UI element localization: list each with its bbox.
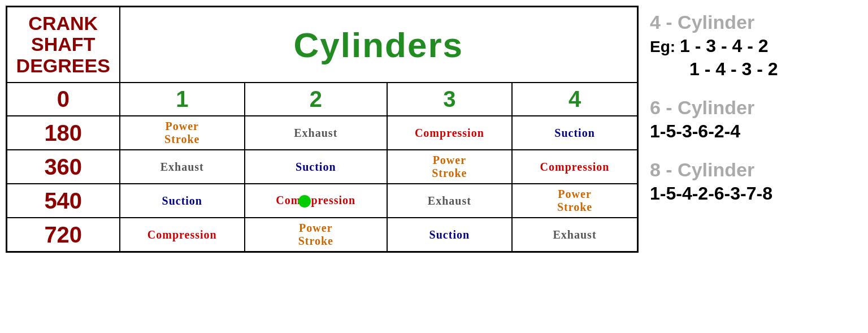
stroke-power-1: PowerStroke <box>164 120 199 145</box>
cell-360-1: Exhaust <box>120 150 245 184</box>
six-cyl-order: 1-5-3-6-2-4 <box>650 121 842 142</box>
cell-180-4: Suction <box>512 116 637 150</box>
right-panel: 4 - Cylinder Eg: 1 - 3 - 4 - 2 1 - 4 - 3… <box>639 6 853 212</box>
degree-180: 180 <box>44 120 82 145</box>
cell-540-3: Exhaust <box>387 184 513 218</box>
cell-360-2: Suction <box>245 150 387 184</box>
four-cyl-order1: 1 - 3 - 4 - 2 <box>680 36 769 57</box>
six-cyl-heading: 6 - Cylinder <box>650 97 842 119</box>
cylinder-1-label: 1 <box>176 87 188 111</box>
cell-720-1: Compression <box>120 218 245 252</box>
stroke-exhaust-2: Exhaust <box>294 127 337 139</box>
degree-180-cell: 180 <box>7 116 120 150</box>
four-cyl-order2: 1 - 4 - 3 - 2 <box>650 59 842 80</box>
cell-720-4: Exhaust <box>512 218 637 252</box>
cell-720-3: Suction <box>387 218 513 252</box>
row-360: 360 Exhaust Suction PowerStroke Compress… <box>7 150 638 184</box>
cell-180-3: Compression <box>387 116 513 150</box>
stroke-compression-2: Compression <box>276 194 355 206</box>
degree-360: 360 <box>44 154 82 179</box>
degree-label-0: 0 <box>7 83 120 116</box>
cylinder-number-row: 0 1 2 3 4 <box>7 83 638 116</box>
cell-540-1: Suction <box>120 184 245 218</box>
eg-prefix: Eg: <box>650 38 675 56</box>
table-container: CRANKSHAFTDEGREES Cylinders 0 1 2 3 <box>6 6 639 253</box>
four-cyl-heading: 4 - Cylinder <box>650 11 842 33</box>
row-180: 180 PowerStroke Exhaust Compression Suct… <box>7 116 638 150</box>
cylinder-2-label: 2 <box>310 87 322 111</box>
stroke-suction-2: Suction <box>296 161 336 173</box>
header-row: CRANKSHAFTDEGREES Cylinders <box>7 7 638 83</box>
crank-header-text: CRANKSHAFTDEGREES <box>16 12 110 76</box>
degree-360-cell: 360 <box>7 150 120 184</box>
degree-720: 720 <box>44 222 82 247</box>
stroke-power-3: PowerStroke <box>432 154 467 179</box>
cell-540-4: PowerStroke <box>512 184 637 218</box>
cursor-indicator <box>298 195 311 207</box>
stroke-exhaust-3: Exhaust <box>428 194 471 207</box>
cylinder-table: CRANKSHAFTDEGREES Cylinders 0 1 2 3 <box>6 6 639 253</box>
degree-0: 0 <box>57 87 70 111</box>
stroke-suction-4: Suction <box>554 127 594 139</box>
cylinders-title: Cylinders <box>293 25 463 64</box>
stroke-exhaust-4: Exhaust <box>553 228 597 241</box>
cell-720-2: PowerStroke <box>245 218 387 252</box>
row-540: 540 Suction Compression Exhaust PowerStr… <box>7 184 638 218</box>
four-cylinder-section: 4 - Cylinder Eg: 1 - 3 - 4 - 2 1 - 4 - 3… <box>650 11 842 80</box>
cyl-num-2: 2 <box>245 83 387 116</box>
stroke-compression-3: Compression <box>415 127 484 139</box>
cell-180-2: Exhaust <box>245 116 387 150</box>
crank-header: CRANKSHAFTDEGREES <box>7 7 120 83</box>
degree-540-cell: 540 <box>7 184 120 218</box>
eight-cylinder-section: 8 - Cylinder 1-5-4-2-6-3-7-8 <box>650 159 842 204</box>
row-720: 720 Compression PowerStroke Suction Exha… <box>7 218 638 252</box>
eight-cyl-heading: 8 - Cylinder <box>650 159 842 181</box>
cyl-num-1: 1 <box>120 83 245 116</box>
stroke-exhaust-1: Exhaust <box>160 161 204 173</box>
cyl-num-3: 3 <box>387 83 513 116</box>
stroke-compression-1: Compression <box>147 228 217 241</box>
cell-540-2: Compression <box>245 184 387 218</box>
cell-360-3: PowerStroke <box>387 150 513 184</box>
cyl-num-4: 4 <box>512 83 637 116</box>
six-cylinder-section: 6 - Cylinder 1-5-3-6-2-4 <box>650 97 842 142</box>
cylinders-header: Cylinders <box>120 7 638 83</box>
cylinder-4-label: 4 <box>568 87 581 111</box>
cylinder-3-label: 3 <box>443 87 455 111</box>
cell-180-1: PowerStroke <box>120 116 245 150</box>
degree-540: 540 <box>44 188 82 213</box>
eight-cyl-order: 1-5-4-2-6-3-7-8 <box>650 183 842 204</box>
stroke-power-4: PowerStroke <box>557 188 592 213</box>
stroke-compression-4: Compression <box>540 161 610 173</box>
degree-720-cell: 720 <box>7 218 120 252</box>
cell-360-4: Compression <box>512 150 637 184</box>
stroke-suction-1: Suction <box>162 194 202 207</box>
stroke-suction-3: Suction <box>429 228 470 241</box>
stroke-power-2: PowerStroke <box>298 222 333 247</box>
